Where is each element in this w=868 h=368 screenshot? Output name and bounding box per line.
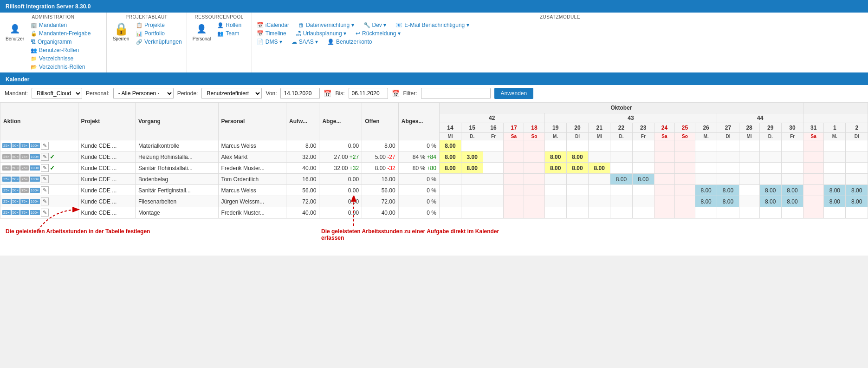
cal-15[interactable]: 8.00 bbox=[461, 163, 483, 174]
apply-button[interactable]: Anwenden bbox=[494, 88, 534, 99]
cal-27[interactable]: 8.00 bbox=[717, 196, 739, 207]
verzeichnis-rollen-link[interactable]: 📂Verzeichnis-Rollen bbox=[30, 63, 91, 71]
bis-calendar-icon[interactable]: 📅 bbox=[392, 90, 400, 97]
portfolio-link[interactable]: 📊Portfolio bbox=[135, 30, 183, 37]
ribbon-benutzer[interactable]: 👤 Benutzer bbox=[4, 21, 26, 71]
datenvernichtung-link[interactable]: 🗑Datenvernichtung ▾ bbox=[298, 21, 355, 29]
cal-19[interactable]: 8.00 bbox=[544, 163, 566, 174]
periode-select[interactable]: Benutzerdefiniert bbox=[201, 88, 262, 99]
action-50[interactable]: 50× bbox=[12, 143, 20, 148]
cal-1[interactable]: 8.00 bbox=[824, 196, 846, 207]
cal-29[interactable]: 8.00 bbox=[759, 196, 781, 207]
dms-link[interactable]: 📄DMS ▾ bbox=[256, 38, 283, 46]
action-50[interactable]: 50× bbox=[12, 210, 20, 215]
action-50[interactable]: 50× bbox=[12, 165, 20, 171]
edit-icon[interactable]: ✎ bbox=[41, 142, 49, 150]
ribbon-sperren[interactable]: 🔒 Sperren bbox=[110, 21, 131, 46]
verzeichnisse-icon: 📁 bbox=[31, 56, 37, 62]
cal-31 bbox=[803, 140, 824, 151]
benutzerkonto-link[interactable]: 👤Benutzerkonto bbox=[326, 38, 373, 46]
icalendar-link[interactable]: 📅iCalendar bbox=[256, 21, 290, 29]
cal-27[interactable]: 8.00 bbox=[717, 185, 739, 196]
cal-26[interactable]: 8.00 bbox=[695, 185, 717, 196]
action-100[interactable]: 100× bbox=[30, 143, 40, 148]
cal-30[interactable]: 8.00 bbox=[781, 196, 803, 207]
team-link[interactable]: 👥Team bbox=[216, 30, 242, 37]
action-75[interactable]: 75× bbox=[20, 154, 29, 159]
action-50[interactable]: 50× bbox=[12, 199, 20, 204]
cal-30[interactable]: 8.00 bbox=[781, 185, 803, 196]
edit-icon[interactable]: ✎ bbox=[41, 197, 49, 205]
action-75[interactable]: 75× bbox=[20, 188, 29, 193]
col-projekt: Projekt bbox=[78, 103, 135, 140]
action-75[interactable]: 75× bbox=[20, 143, 29, 148]
benutzer-rollen-link[interactable]: 👥Benutzer-Rollen bbox=[30, 46, 91, 54]
action-100[interactable]: 100× bbox=[30, 165, 40, 171]
action-50[interactable]: 50× bbox=[12, 188, 20, 193]
action-100[interactable]: 100× bbox=[30, 199, 40, 204]
cal-19[interactable]: 8.00 bbox=[544, 151, 566, 163]
action-75[interactable]: 75× bbox=[20, 199, 29, 204]
saas-link[interactable]: ☁SAAS ▾ bbox=[291, 38, 319, 46]
cal-30 bbox=[781, 140, 803, 151]
cal-20[interactable]: 8.00 bbox=[566, 163, 588, 174]
action-50[interactable]: 50× bbox=[12, 177, 20, 182]
projekte-link[interactable]: 📋Projekte bbox=[135, 21, 183, 29]
timeline-link[interactable]: 📅Timeline bbox=[256, 30, 287, 37]
dname-26: M. bbox=[695, 133, 717, 140]
cal-21[interactable]: 8.00 bbox=[589, 163, 610, 174]
cal-22[interactable]: 8.00 bbox=[610, 174, 632, 185]
action-100[interactable]: 100× bbox=[30, 154, 40, 159]
action-25[interactable]: 25× bbox=[2, 177, 11, 182]
bis-input[interactable] bbox=[349, 88, 388, 99]
dev-link[interactable]: 🔧Dev ▾ bbox=[363, 21, 388, 29]
rueckmeldung-link[interactable]: ↩Rückmeldung ▾ bbox=[355, 30, 402, 37]
mandanten-link[interactable]: 🏢Mandanten bbox=[30, 21, 91, 29]
action-25[interactable]: 25× bbox=[2, 143, 11, 148]
cal-20[interactable]: 8.00 bbox=[566, 151, 588, 163]
action-25[interactable]: 25× bbox=[2, 199, 11, 204]
action-50[interactable]: 50× bbox=[12, 154, 20, 159]
rollen-link[interactable]: 👤Rollen bbox=[216, 21, 242, 29]
action-25[interactable]: 25× bbox=[2, 188, 11, 193]
cal-15[interactable]: 3.00 bbox=[461, 151, 483, 163]
action-75[interactable]: 75× bbox=[20, 177, 29, 182]
urlaubsplanung-link[interactable]: 🏖Urlaubsplanung ▾ bbox=[295, 30, 347, 37]
cal-2[interactable]: 8.00 bbox=[846, 196, 868, 207]
cal-25 bbox=[674, 185, 695, 196]
verknuepfungen-link[interactable]: 🔗Verknüpfungen bbox=[135, 38, 183, 46]
cal-31 bbox=[803, 163, 824, 174]
mandanten-freigabe-link[interactable]: 🔓Mandanten-Freigabe bbox=[30, 30, 91, 37]
filter-input[interactable] bbox=[421, 88, 491, 99]
cal-23[interactable]: 8.00 bbox=[632, 174, 654, 185]
cal-29[interactable]: 8.00 bbox=[759, 185, 781, 196]
edit-icon[interactable]: ✎ bbox=[41, 153, 49, 161]
action-25[interactable]: 25× bbox=[2, 165, 11, 171]
organigramm-link[interactable]: 🏗Organigramm bbox=[30, 38, 91, 46]
mandant-select[interactable]: Rillsoft_Cloud bbox=[32, 88, 82, 99]
cal-1[interactable]: 8.00 bbox=[824, 185, 846, 196]
action-25[interactable]: 25× bbox=[2, 210, 11, 215]
action-100[interactable]: 100× bbox=[30, 177, 40, 182]
edit-icon[interactable]: ✎ bbox=[41, 175, 49, 183]
edit-icon[interactable]: ✎ bbox=[41, 164, 49, 172]
cal-2[interactable]: 8.00 bbox=[846, 185, 868, 196]
personal-select[interactable]: - Alle Personen - bbox=[113, 88, 174, 99]
edit-icon[interactable]: ✎ bbox=[41, 186, 49, 194]
cal-14[interactable]: 8.00 bbox=[439, 140, 461, 151]
email-link[interactable]: 📧E-Mail Benachrichtigung ▾ bbox=[395, 21, 470, 29]
cal-22 bbox=[610, 196, 632, 207]
action-75[interactable]: 75× bbox=[20, 210, 29, 215]
von-input[interactable] bbox=[280, 88, 320, 99]
vorgang-cell: Materialkontrolle bbox=[136, 140, 219, 151]
action-75[interactable]: 75× bbox=[20, 165, 29, 171]
cal-14[interactable]: 8.00 bbox=[439, 163, 461, 174]
cal-14[interactable]: 8.00 bbox=[439, 151, 461, 163]
left-annotation-text: Die geleisteten Arbeitsstunden in der Ta… bbox=[6, 228, 182, 235]
verzeichnisse-link[interactable]: 📁Verzeichnisse bbox=[30, 55, 91, 62]
ribbon-personal[interactable]: 👤 Personal bbox=[191, 21, 213, 42]
cal-26[interactable]: 8.00 bbox=[695, 196, 717, 207]
action-100[interactable]: 100× bbox=[30, 188, 40, 193]
von-calendar-icon[interactable]: 📅 bbox=[324, 90, 331, 97]
action-25[interactable]: 25× bbox=[2, 154, 11, 159]
